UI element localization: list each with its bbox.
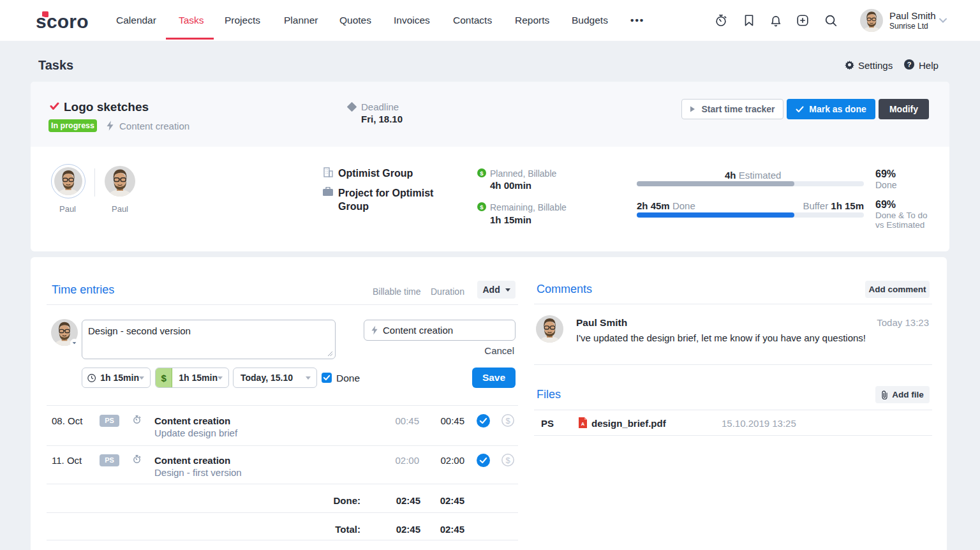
svg-text:$: $ [480, 204, 484, 211]
svg-text:$: $ [505, 456, 510, 465]
svg-text:A: A [581, 421, 585, 427]
svg-text:$: $ [505, 416, 510, 426]
svg-text:?: ? [907, 61, 912, 68]
svg-text:scoro: scoro [36, 11, 89, 32]
svg-text:$: $ [480, 170, 484, 177]
